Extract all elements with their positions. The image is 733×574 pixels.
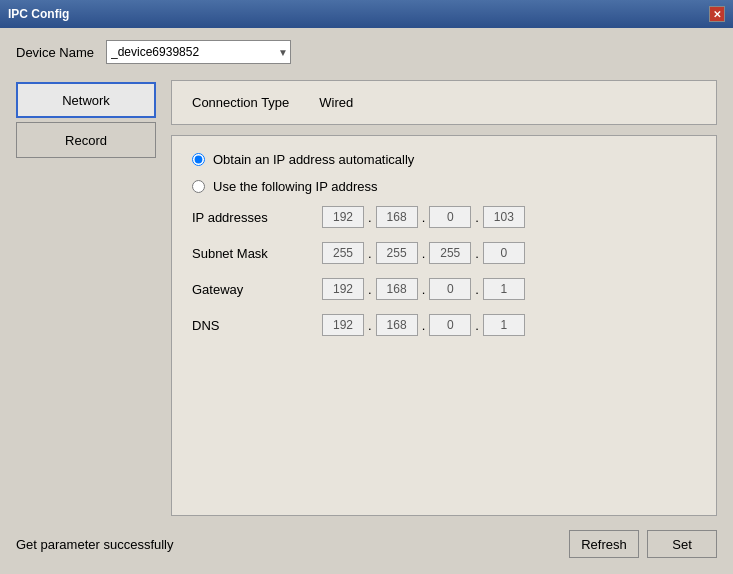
ip-dot-1: .: [366, 210, 374, 225]
device-name-label: Device Name: [16, 45, 106, 60]
gateway-seg-3[interactable]: [429, 278, 471, 300]
ip-dot-2: .: [420, 210, 428, 225]
sidebar-item-record[interactable]: Record: [16, 122, 156, 158]
device-row: Device Name _device6939852 ▼: [16, 40, 717, 64]
connection-type-box: Connection Type Wired: [171, 80, 717, 125]
gateway-label: Gateway: [192, 282, 322, 297]
gateway-seg-4[interactable]: [483, 278, 525, 300]
title-bar: IPC Config ✕: [0, 0, 733, 28]
auto-ip-label[interactable]: Obtain an IP address automatically: [213, 152, 414, 167]
dns-dot-3: .: [473, 318, 481, 333]
refresh-button[interactable]: Refresh: [569, 530, 639, 558]
dns-seg-3[interactable]: [429, 314, 471, 336]
close-button[interactable]: ✕: [709, 6, 725, 22]
subnet-seg-4[interactable]: [483, 242, 525, 264]
dns-dot-1: .: [366, 318, 374, 333]
auto-ip-radio[interactable]: [192, 153, 205, 166]
connection-type-value: Wired: [319, 95, 353, 110]
set-button[interactable]: Set: [647, 530, 717, 558]
ip-dot-3: .: [473, 210, 481, 225]
ip-address-label: IP addresses: [192, 210, 322, 225]
subnet-mask-row: Subnet Mask . . .: [192, 242, 696, 264]
manual-ip-radio-row: Use the following IP address: [192, 179, 696, 194]
subnet-dot-1: .: [366, 246, 374, 261]
status-text: Get parameter successfully: [16, 537, 174, 552]
sidebar-item-network[interactable]: Network: [16, 82, 156, 118]
main-content: Connection Type Wired Obtain an IP addre…: [171, 80, 717, 516]
gateway-seg-2[interactable]: [376, 278, 418, 300]
ip-seg-4[interactable]: [483, 206, 525, 228]
manual-ip-radio[interactable]: [192, 180, 205, 193]
main-window: Device Name _device6939852 ▼ Network Rec…: [0, 28, 733, 574]
subnet-seg-1[interactable]: [322, 242, 364, 264]
dns-dot-2: .: [420, 318, 428, 333]
dns-input-group: . . .: [322, 314, 525, 336]
content-row: Network Record Connection Type Wired Obt…: [16, 80, 717, 516]
dns-seg-4[interactable]: [483, 314, 525, 336]
subnet-mask-input-group: . . .: [322, 242, 525, 264]
ip-address-row: IP addresses . . .: [192, 206, 696, 228]
ip-seg-2[interactable]: [376, 206, 418, 228]
dns-seg-1[interactable]: [322, 314, 364, 336]
gateway-dot-3: .: [473, 282, 481, 297]
gateway-row: Gateway . . .: [192, 278, 696, 300]
gateway-input-group: . . .: [322, 278, 525, 300]
subnet-dot-2: .: [420, 246, 428, 261]
subnet-mask-label: Subnet Mask: [192, 246, 322, 261]
subnet-dot-3: .: [473, 246, 481, 261]
dns-row: DNS . . .: [192, 314, 696, 336]
gateway-dot-2: .: [420, 282, 428, 297]
auto-ip-radio-row: Obtain an IP address automatically: [192, 152, 696, 167]
connection-type-label: Connection Type: [192, 95, 289, 110]
ip-seg-3[interactable]: [429, 206, 471, 228]
bottom-buttons: Refresh Set: [569, 530, 717, 558]
sidebar: Network Record: [16, 80, 171, 516]
ip-seg-1[interactable]: [322, 206, 364, 228]
dns-seg-2[interactable]: [376, 314, 418, 336]
device-select-wrapper: _device6939852 ▼: [106, 40, 291, 64]
ip-address-input-group: . . .: [322, 206, 525, 228]
bottom-bar: Get parameter successfully Refresh Set: [16, 516, 717, 562]
subnet-seg-3[interactable]: [429, 242, 471, 264]
gateway-seg-1[interactable]: [322, 278, 364, 300]
manual-ip-label[interactable]: Use the following IP address: [213, 179, 378, 194]
device-select[interactable]: _device6939852: [106, 40, 291, 64]
ip-config-box: Obtain an IP address automatically Use t…: [171, 135, 717, 516]
gateway-dot-1: .: [366, 282, 374, 297]
subnet-seg-2[interactable]: [376, 242, 418, 264]
window-title: IPC Config: [8, 7, 69, 21]
dns-label: DNS: [192, 318, 322, 333]
